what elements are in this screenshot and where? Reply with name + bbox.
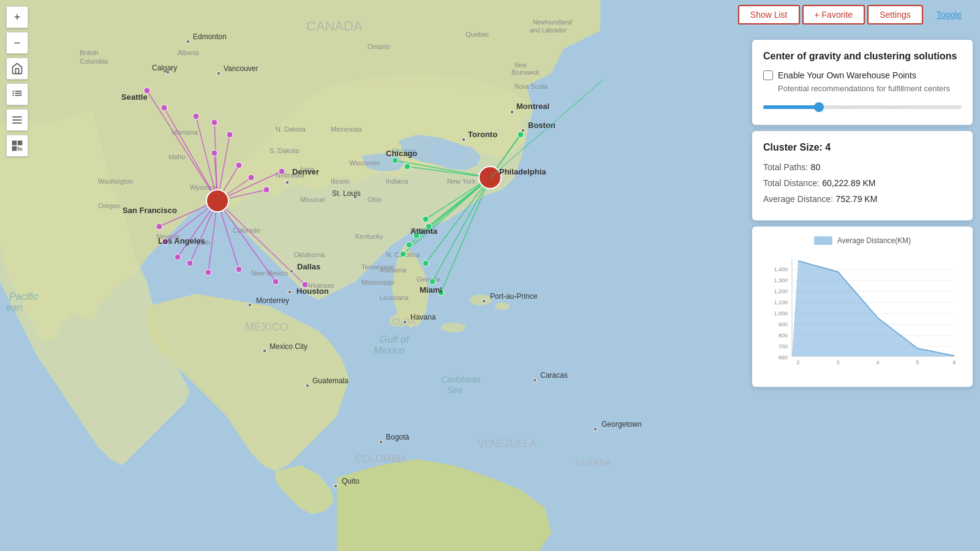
svg-point-118 — [206, 190, 228, 212]
zoom-in-button[interactable]: + — [6, 6, 28, 28]
svg-text:Caracas: Caracas — [540, 371, 568, 380]
total-distance-label: Total Distance: — [763, 178, 820, 188]
svg-point-3 — [470, 294, 492, 305]
svg-text:Washington: Washington — [98, 178, 134, 185]
slider-container: ····················· — [763, 99, 962, 114]
svg-point-103 — [205, 269, 211, 276]
slider-thumb[interactable] — [814, 102, 824, 112]
total-distance-value: 60,222.89 KM — [822, 178, 875, 188]
layers-button[interactable] — [6, 83, 28, 105]
svg-text:Indiana: Indiana — [386, 178, 409, 185]
svg-point-104 — [236, 266, 242, 272]
svg-text:ean: ean — [6, 302, 23, 313]
svg-text:Georgetown: Georgetown — [601, 420, 641, 429]
svg-text:Oregon: Oregon — [98, 202, 121, 209]
svg-text:San Francisco: San Francisco — [123, 206, 177, 215]
svg-point-112 — [406, 242, 412, 248]
svg-point-135 — [533, 378, 537, 382]
svg-point-2 — [441, 323, 466, 332]
svg-point-131 — [263, 349, 266, 353]
zoom-out-button[interactable]: − — [6, 32, 28, 54]
svg-point-120 — [217, 72, 221, 75]
svg-text:660: 660 — [778, 354, 788, 361]
svg-point-107 — [392, 157, 398, 163]
svg-text:1,000: 1,000 — [774, 310, 788, 317]
svg-point-91 — [193, 113, 199, 119]
svg-point-92 — [211, 119, 217, 126]
svg-point-102 — [187, 260, 193, 266]
svg-point-122 — [186, 40, 190, 43]
toggle-button[interactable]: Toggle — [925, 6, 973, 23]
right-panel: Center of gravity and clustering solutio… — [752, 40, 973, 387]
svg-text:Denver: Denver — [292, 167, 319, 176]
cluster-panel-card: Cluster Size: 4 Total Paths: 80 Total Di… — [752, 131, 973, 220]
svg-text:N. Dakota: N. Dakota — [276, 126, 306, 133]
svg-text:Brunswick: Brunswick — [511, 69, 540, 76]
svg-text:Columbia: Columbia — [80, 58, 108, 65]
svg-text:St. Louis: St. Louis — [332, 189, 361, 198]
cluster-title: Cluster Size: 4 — [763, 142, 962, 153]
svg-point-117 — [518, 132, 524, 138]
svg-point-94 — [211, 150, 217, 156]
svg-text:and Labrador: and Labrador — [530, 27, 567, 34]
svg-point-90 — [161, 105, 167, 111]
left-tools: + − — [6, 6, 28, 157]
gravity-sub-text: Potential recommendations for fulfillmen… — [778, 84, 962, 93]
svg-point-96 — [248, 174, 254, 181]
svg-text:Los Angeles: Los Angeles — [158, 236, 205, 246]
chart-svg: 1,400 1,300 1,200 1,100 1,000 900 800 70… — [762, 252, 963, 375]
svg-point-124 — [290, 269, 293, 273]
svg-text:6: 6 — [952, 359, 956, 365]
svg-text:Toronto: Toronto — [468, 130, 497, 139]
svg-text:Havana: Havana — [410, 313, 436, 321]
svg-text:5: 5 — [916, 359, 919, 365]
svg-text:2: 2 — [796, 359, 799, 365]
svg-text:Ohio: Ohio — [368, 196, 382, 203]
svg-text:Port-au-Prince: Port-au-Prince — [490, 292, 538, 301]
gravity-panel-title: Center of gravity and clustering solutio… — [763, 51, 962, 62]
favorite-button[interactable]: + Favorite — [802, 5, 865, 24]
svg-text:1,300: 1,300 — [774, 277, 788, 283]
toolbar: Show List + Favorite Settings Toggle — [731, 0, 980, 29]
svg-text:MÉXICO: MÉXICO — [245, 321, 288, 333]
svg-text:Kentucky: Kentucky — [355, 233, 383, 240]
svg-rect-180 — [13, 148, 15, 149]
svg-text:1,200: 1,200 — [774, 288, 788, 294]
svg-text:Nova Scotia: Nova Scotia — [514, 83, 548, 90]
svg-text:Chicago: Chicago — [386, 149, 417, 158]
svg-text:800: 800 — [778, 332, 788, 339]
svg-text:Calgary: Calgary — [152, 64, 177, 72]
svg-text:Miami: Miami — [420, 285, 442, 294]
svg-text:Oklahoma: Oklahoma — [294, 251, 325, 258]
avg-distance-value: 752.79 KM — [836, 194, 878, 204]
svg-point-109 — [423, 216, 429, 222]
svg-point-101 — [175, 254, 181, 260]
show-list-button[interactable]: Show List — [738, 5, 800, 24]
svg-text:Mississippi: Mississippi — [361, 279, 394, 286]
svg-point-123 — [285, 181, 289, 184]
svg-text:Mexico City: Mexico City — [270, 342, 307, 351]
svg-text:Montreal: Montreal — [516, 102, 549, 111]
svg-text:CANADA: CANADA — [306, 18, 363, 34]
svg-text:Bogotá: Bogotá — [386, 433, 409, 441]
svg-text:1,100: 1,100 — [774, 299, 788, 305]
gravity-panel-card: Center of gravity and clustering solutio… — [752, 40, 973, 125]
svg-text:Idaho: Idaho — [168, 153, 186, 160]
svg-point-133 — [403, 320, 407, 324]
svg-text:Georgia: Georgia — [417, 276, 441, 283]
svg-text:Edmonton: Edmonton — [193, 32, 227, 41]
svg-text:British: British — [80, 49, 99, 56]
home-button[interactable] — [6, 58, 28, 80]
menu-button[interactable] — [6, 109, 28, 131]
qr-button[interactable] — [6, 135, 28, 157]
svg-text:Caribbean: Caribbean — [441, 375, 481, 384]
svg-point-129 — [521, 129, 525, 132]
svg-point-98 — [279, 168, 285, 174]
svg-text:Illinois: Illinois — [331, 178, 350, 185]
svg-text:Alabama: Alabama — [380, 266, 407, 274]
settings-button[interactable]: Settings — [867, 5, 923, 24]
enable-warehouse-checkbox[interactable] — [763, 70, 773, 80]
svg-point-99 — [156, 223, 162, 230]
svg-text:Sea: Sea — [447, 385, 462, 395]
svg-text:4: 4 — [876, 359, 879, 365]
